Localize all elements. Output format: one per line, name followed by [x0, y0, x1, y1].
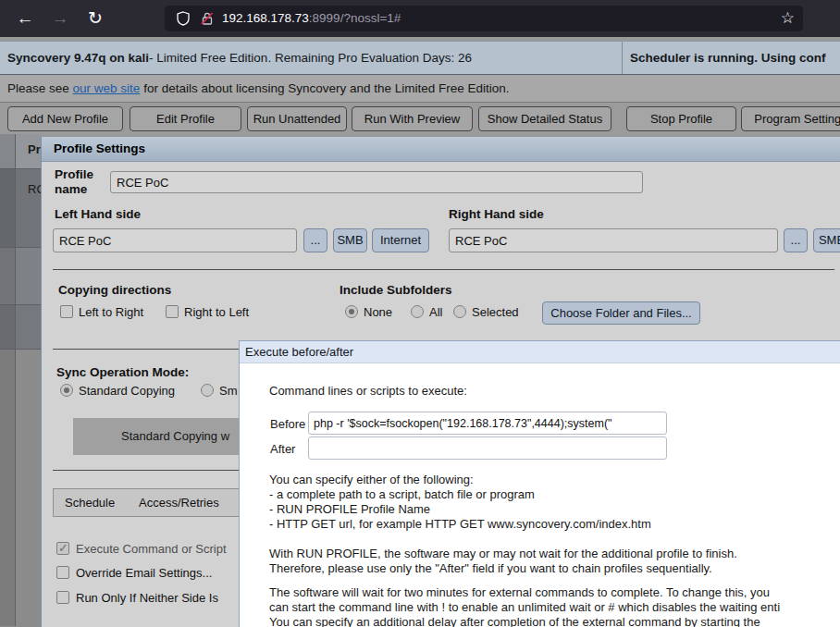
profiles-gutter — [0, 134, 16, 168]
app-header: Syncovery 9.47q on kali - Limited Free E… — [0, 41, 840, 75]
edit-profile-button[interactable]: Edit Profile — [130, 106, 241, 131]
program-settings-button[interactable]: Program Settings... — [741, 106, 840, 131]
override-email-checkbox[interactable] — [56, 566, 69, 579]
subfolders-none-radio[interactable] — [345, 305, 358, 318]
execute-help-paragraph-1: You can specify either of the following:… — [269, 473, 651, 532]
execute-command-label: Execute Command or Script — [76, 542, 227, 556]
left-to-right-label: Left to Right — [79, 305, 143, 319]
subfolders-selected-radio[interactable] — [453, 305, 466, 318]
left-smb-button[interactable]: SMB — [333, 228, 367, 252]
left-browse-button[interactable]: ... — [303, 228, 327, 252]
execute-dialog-title[interactable]: Execute before/after — [240, 341, 840, 363]
smarttracking-label-partial: Sm — [219, 384, 238, 398]
after-command-input[interactable] — [308, 436, 667, 460]
subfolders-all-label: All — [429, 305, 442, 319]
left-internet-button[interactable]: Internet — [372, 228, 429, 252]
override-email-label: Override Email Settings... — [76, 566, 212, 580]
profiles-row — [0, 350, 42, 626]
profile-settings-title[interactable]: Profile Settings — [42, 137, 840, 162]
profiles-header-cell: Pr — [28, 142, 41, 156]
reload-icon[interactable]: ↻ — [83, 6, 107, 31]
show-detailed-status-button[interactable]: Show Detailed Status — [478, 106, 611, 131]
include-subfolders-heading: Include Subfolders — [340, 283, 452, 297]
profiles-selected-row[interactable]: RC — [0, 169, 42, 248]
after-label: After — [270, 442, 295, 456]
execute-help-paragraph-3: The software will wait for two minutes f… — [269, 585, 780, 627]
subfolders-selected-label: Selected — [472, 305, 519, 319]
header-divider — [622, 42, 623, 74]
run-only-if-checkbox[interactable] — [56, 591, 69, 604]
right-browse-button[interactable]: ... — [784, 228, 808, 252]
screen: ← → ↻ 192.168.178.73:8999/?nossl=1# ☆ Sy… — [0, 0, 840, 627]
license-band: Please see our web site for details abou… — [0, 75, 840, 103]
left-hand-side-heading: Left Hand side — [55, 207, 141, 221]
subfolders-all-radio[interactable] — [411, 305, 424, 318]
run-with-preview-button[interactable]: Run With Preview — [352, 106, 473, 131]
license-pre: Please see — [7, 81, 69, 95]
profile-toolbar: Add New Profile Edit Profile Run Unatten… — [0, 103, 840, 134]
back-icon[interactable]: ← — [13, 6, 37, 31]
smarttracking-radio[interactable] — [201, 384, 214, 397]
section-divider — [53, 349, 247, 350]
scheduler-status: Scheduler is running. Using conf — [630, 42, 826, 74]
right-path-input[interactable] — [449, 228, 778, 252]
standard-copying-label: Standard Copying — [79, 384, 175, 398]
section-divider — [53, 470, 247, 471]
before-command-input[interactable] — [308, 412, 667, 435]
execute-help-paragraph-2: With RUN PROFILE, the software may or ma… — [269, 547, 737, 576]
profile-name-input[interactable] — [110, 171, 643, 193]
url-bar[interactable]: 192.168.178.73:8999/?nossl=1# ☆ — [165, 6, 803, 31]
shield-icon[interactable] — [176, 11, 191, 26]
before-label: Before — [270, 417, 305, 431]
profiles-header-row: Pr — [0, 134, 42, 169]
section-divider — [53, 269, 834, 270]
app-title-name: Syncovery 9.47q on kali — [7, 51, 149, 65]
url-host: 192.168.178.73 — [222, 11, 309, 25]
stop-profile-button[interactable]: Stop Profile — [626, 106, 736, 131]
app-title: Syncovery 9.47q on kali - Limited Free E… — [7, 42, 472, 74]
copying-directions-heading: Copying directions — [58, 283, 171, 297]
url-text[interactable]: 192.168.178.73:8999/?nossl=1# — [222, 6, 401, 31]
profiles-row[interactable] — [0, 248, 42, 305]
right-to-left-checkbox[interactable] — [166, 305, 179, 318]
standard-copying-radio[interactable] — [60, 384, 73, 397]
bookmark-star-icon[interactable]: ☆ — [781, 6, 795, 31]
tab-access-retries[interactable]: Access/Retries — [139, 489, 219, 516]
choose-folder-files-button[interactable]: Choose Folder and Files... — [542, 301, 700, 325]
execute-intro: Command lines or scripts to execute: — [269, 384, 467, 398]
url-path: :8999/?nossl=1# — [309, 11, 401, 25]
right-smb-button[interactable]: SMB — [813, 228, 840, 252]
app-title-edition: - Limited Free Edition. Remaining Pro Ev… — [149, 51, 472, 65]
website-link[interactable]: our web site — [73, 81, 141, 95]
license-post: for details about licensing Syncovery an… — [143, 81, 509, 95]
left-path-input[interactable] — [53, 228, 297, 252]
right-to-left-label: Right to Left — [184, 305, 249, 319]
left-to-right-checkbox[interactable] — [60, 305, 73, 318]
profiles-row[interactable] — [0, 305, 42, 350]
forward-icon[interactable]: → — [48, 6, 72, 31]
profiles-table-partial: Pr RC — [0, 134, 42, 627]
settings-tabstrip: Schedule Access/Retries — [53, 488, 251, 517]
sync-operation-mode-heading: Sync Operation Mode: — [56, 365, 189, 379]
run-unattended-button[interactable]: Run Unattended — [247, 106, 347, 131]
execute-command-checkbox[interactable] — [56, 542, 69, 555]
insecure-lock-icon[interactable] — [200, 11, 215, 26]
browser-chrome: ← → ↻ 192.168.178.73:8999/?nossl=1# ☆ — [0, 0, 840, 37]
subfolders-none-label: None — [364, 305, 392, 319]
run-only-if-label: Run Only If Neither Side Is — [76, 591, 218, 605]
right-hand-side-heading: Right Hand side — [449, 207, 544, 221]
add-new-profile-button[interactable]: Add New Profile — [7, 106, 123, 131]
tab-schedule[interactable]: Schedule — [65, 489, 115, 516]
profile-name-label: Profile name — [55, 167, 108, 197]
execute-before-after-dialog: Execute before/after Command lines or sc… — [239, 340, 840, 627]
